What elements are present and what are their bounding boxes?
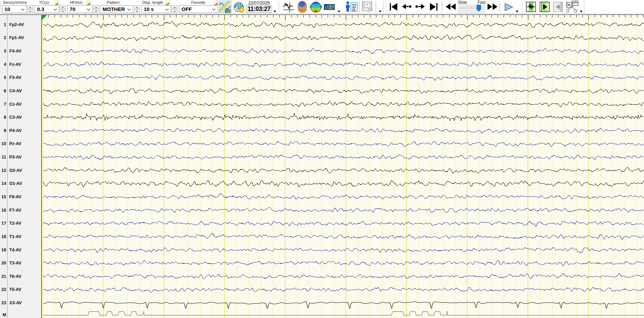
svg-text:50: 50	[225, 8, 231, 13]
